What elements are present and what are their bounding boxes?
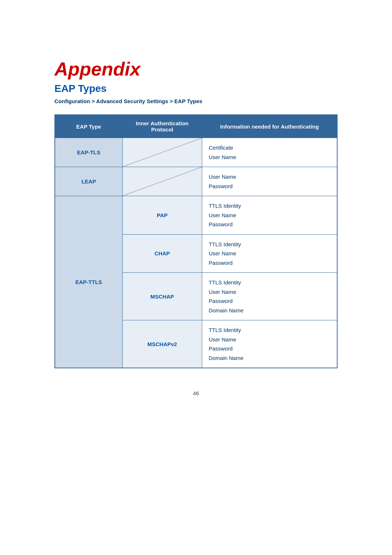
info-line: TTLS Identity [209,240,330,249]
info-line: Password [209,258,330,268]
info-cell: Certificate User Name [202,138,337,167]
info-line: Domain Name [209,353,330,363]
info-line: User Name [209,287,330,297]
table-row: EAP-TLS Certificate User Name [55,138,337,167]
info-cell: TTLS Identity User Name Password Domain … [202,273,337,320]
col-header-info: Information needed for Authenticating [202,115,337,138]
eap-type-cell: EAP-TLS [55,138,122,167]
info-cell: TTLS Identity User Name Password Domain … [202,320,337,368]
info-line: User Name [209,249,330,258]
eap-type-cell-ttls: EAP-TTLS [55,196,122,368]
info-line: Password [209,220,330,229]
inner-auth-cell: PAP [122,196,202,235]
info-line: Domain Name [209,306,330,315]
eap-type-cell: LEAP [55,167,122,196]
appendix-title: Appendix [54,58,338,80]
info-line: Password [209,182,330,191]
inner-auth-cell-slash [122,138,202,167]
col-header-eap-type: EAP Type [55,115,122,138]
table-row: LEAP User Name Password [55,167,337,196]
breadcrumb: Configuration > Advanced Security Settin… [54,98,338,104]
info-line: TTLS Identity [209,278,330,287]
info-line: User Name [209,335,330,344]
info-line: TTLS Identity [209,201,330,211]
eap-types-subtitle: EAP Types [54,83,338,94]
info-line: TTLS Identity [209,325,330,335]
info-cell: TTLS Identity User Name Password [202,196,337,235]
inner-auth-cell-slash [122,167,202,196]
table-row: EAP-TTLS PAP TTLS Identity User Name Pas… [55,196,337,235]
col-header-inner-auth: Inner Authentication Protocol [122,115,202,138]
info-line: User Name [209,172,330,182]
info-line: Certificate [209,143,330,153]
inner-auth-cell: CHAP [122,234,202,273]
info-cell: User Name Password [202,167,337,196]
table-header-row: EAP Type Inner Authentication Protocol I… [55,115,337,138]
info-line: Password [209,344,330,353]
eap-types-table: EAP Type Inner Authentication Protocol I… [54,114,338,368]
page-number: 46 [54,390,338,396]
inner-auth-cell: MSCHAPv2 [122,320,202,368]
info-cell: TTLS Identity User Name Password [202,234,337,273]
inner-auth-cell: MSCHAP [122,273,202,320]
info-line: User Name [209,153,330,162]
info-line: User Name [209,211,330,220]
info-line: Password [209,296,330,306]
